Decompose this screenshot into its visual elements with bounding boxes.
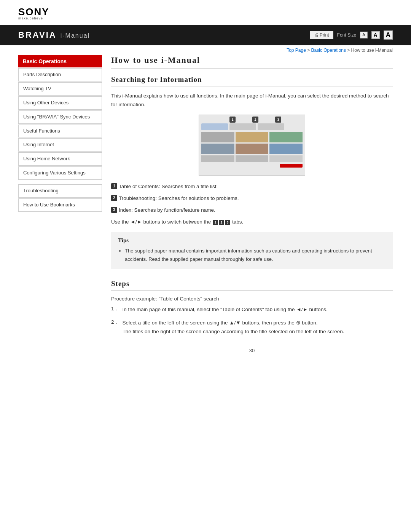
bravia-brand: BRAVIA [18,30,57,40]
switch-text: Use the ◄/► buttons to switch between th… [111,218,393,227]
breadcrumb-current: How to use i-Manual [351,48,393,53]
badge-tab2: 2 [219,220,224,225]
info-item-3: 3 Index: Searches by function/feature na… [111,206,393,215]
badge-3: 3 [111,207,117,213]
bravia-title: BRAVIA i-Manual [18,30,90,40]
breadcrumb-sep2: > [347,48,351,53]
main-layout: Basic Operations Parts Description Watch… [0,55,411,376]
info-item-1: 1 Table of Contents: Searches from a tit… [111,182,393,191]
procedure-label: Procedure example: "Table of Contents" s… [111,296,393,302]
step-num-2: 2． [111,319,119,336]
sidebar-item-internet[interactable]: Using Internet [18,138,102,152]
breadcrumb-top-page[interactable]: Top Page [287,48,306,53]
sony-logo: SONY make.believe [18,7,393,20]
step-content-1: In the main page of this manual, select … [123,305,328,314]
info-text-2: Troubleshooting: Searches for solutions … [119,194,239,203]
badge-1: 1 [111,183,117,189]
badge-tab1: 1 [213,220,218,225]
sony-text: SONY [18,7,393,17]
breadcrumb-basic-ops[interactable]: Basic Operations [311,48,346,53]
section2-title: Steps [111,280,393,291]
info-text-3: Index: Searches by function/feature name… [119,206,215,215]
sidebar-item-home-network[interactable]: Using Home Network [18,152,102,166]
step-num-1: 1． [111,305,119,314]
step-content-2: Select a title on the left of the screen… [123,319,344,336]
badge-2: 2 [111,195,117,201]
page-number: 30 [111,348,393,361]
breadcrumb-sep1: > [307,48,311,53]
sony-tagline: make.believe [18,17,393,20]
step-item-2: 2． Select a title on the left of the scr… [111,319,393,336]
sidebar-item-other-devices[interactable]: Using Other Devices [18,96,102,110]
tips-bullet-1: The supplied paper manual contains impor… [125,247,386,264]
badge-tab3: 3 [225,220,230,225]
tips-box: Tips The supplied paper manual contains … [111,232,393,269]
section1-title: Searching for Information [111,75,393,86]
switch-text-before: Use the ◄/► buttons to switch between th… [111,219,212,225]
info-text-1: Table of Contents: Searches from a title… [119,182,218,191]
mock-screen: 1 2 3 [199,115,305,176]
sidebar-item-bookmarks[interactable]: How to Use Bookmarks [18,198,102,212]
nav-right: 🖨 Print Font Size A A A [310,30,393,40]
info-item-2: 2 Troubleshooting: Searches for solution… [111,194,393,203]
sidebar-item-useful[interactable]: Useful Functions [18,125,102,138]
content-area: How to use i-Manual Searching for Inform… [111,55,393,361]
print-button[interactable]: 🖨 Print [310,31,333,39]
screenshot-mockup: 1 2 3 [111,115,393,176]
sidebar-item-configuring[interactable]: Configuring Various Settings [18,166,102,180]
sidebar-item-watching[interactable]: Watching TV [18,82,102,96]
tips-list: The supplied paper manual contains impor… [118,247,386,264]
step-item-1: 1． In the main page of this manual, sele… [111,305,393,314]
sidebar-item-bravia-sync[interactable]: Using "BRAVIA" Sync Devices [18,110,102,124]
page-title: How to use i-Manual [111,55,393,69]
sidebar-active-item[interactable]: Basic Operations [18,55,102,67]
imanual-label: i-Manual [61,32,90,39]
switch-text-after: tabs. [231,219,243,225]
font-small-button[interactable]: A [360,32,367,38]
font-medium-button[interactable]: A [371,31,380,39]
sidebar-item-parts[interactable]: Parts Description [18,68,102,81]
font-size-label: Font Size [337,32,357,38]
sidebar-item-troubleshooting[interactable]: Troubleshooting [18,184,102,198]
nav-bar: BRAVIA i-Manual 🖨 Print Font Size A A A [0,25,411,45]
sidebar: Basic Operations Parts Description Watch… [18,55,102,361]
intro-text: This i-Manual explains how to use all fu… [111,92,393,109]
breadcrumb: Top Page > Basic Operations > How to use… [0,45,411,55]
font-large-button[interactable]: A [384,30,393,40]
tips-title: Tips [118,237,386,244]
header: SONY make.believe [0,0,411,25]
